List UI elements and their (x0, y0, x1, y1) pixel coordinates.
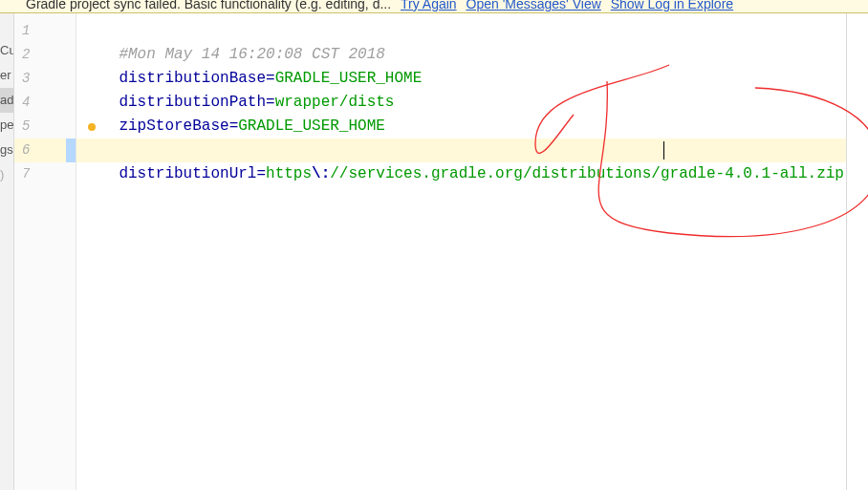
line-number[interactable]: 7 (14, 162, 76, 186)
code-line[interactable]: distributionUrl=https\://services.gradle… (76, 138, 846, 162)
side-panel: Cu er ad per gs) ) (0, 13, 14, 490)
side-item[interactable]: ) (0, 162, 13, 187)
line-number[interactable]: 5 (14, 115, 76, 138)
sync-failed-bar: Gradle project sync failed. Basic functi… (0, 0, 868, 13)
line-number[interactable]: 6 (14, 138, 76, 162)
show-log-link[interactable]: Show Log in Explore (611, 0, 733, 11)
code-line[interactable]: distributionPath=wrapper/dists (76, 67, 846, 91)
side-item[interactable]: Cu (0, 38, 13, 63)
code-line[interactable]: distributionBase=GRADLE_USER_HOME (76, 43, 846, 67)
sync-failed-message: Gradle project sync failed. Basic functi… (26, 0, 391, 11)
line-number[interactable]: 3 (14, 67, 76, 91)
side-item[interactable]: gs) (0, 138, 13, 162)
line-number-gutter[interactable]: 1 2 3 4 5 6 7 (14, 13, 76, 490)
text-caret (663, 141, 664, 160)
code-line[interactable]: zipStoreBase=GRADLE_USER_HOME (76, 91, 846, 115)
try-again-link[interactable]: Try Again (401, 0, 457, 11)
code-line[interactable]: zipStorePath=wrapper/dists (76, 115, 846, 138)
code-line[interactable] (76, 162, 846, 186)
line-number[interactable]: 1 (14, 19, 76, 43)
gutter-marker-icon (88, 123, 96, 131)
code-editor[interactable]: #Mon May 14 16:20:08 CST 2018 distributi… (76, 13, 847, 490)
side-item[interactable]: ad (0, 88, 13, 113)
open-messages-link[interactable]: Open 'Messages' View (467, 0, 601, 11)
line-number[interactable]: 2 (14, 43, 76, 67)
code-line[interactable]: #Mon May 14 16:20:08 CST 2018 (76, 19, 846, 43)
line-number[interactable]: 4 (14, 91, 76, 115)
side-item[interactable]: per (0, 113, 13, 138)
side-item[interactable]: er (0, 63, 13, 88)
